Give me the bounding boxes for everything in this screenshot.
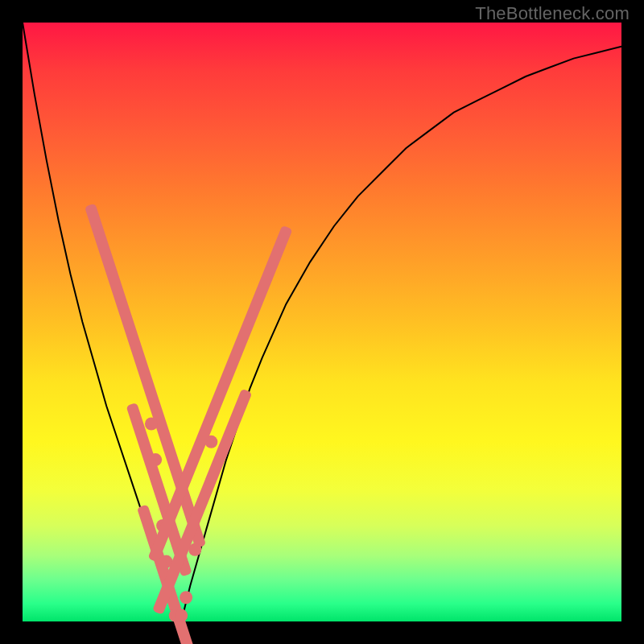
svg-point-9 bbox=[180, 591, 192, 604]
chart-svg bbox=[23, 23, 621, 621]
bottleneck-curve bbox=[23, 23, 621, 621]
svg-point-1 bbox=[145, 417, 158, 430]
svg-rect-0 bbox=[85, 204, 206, 549]
svg-rect-13 bbox=[147, 225, 292, 563]
data-markers bbox=[85, 204, 293, 644]
watermark-text: TheBottleneck.com bbox=[475, 3, 630, 24]
svg-point-8 bbox=[175, 609, 188, 622]
